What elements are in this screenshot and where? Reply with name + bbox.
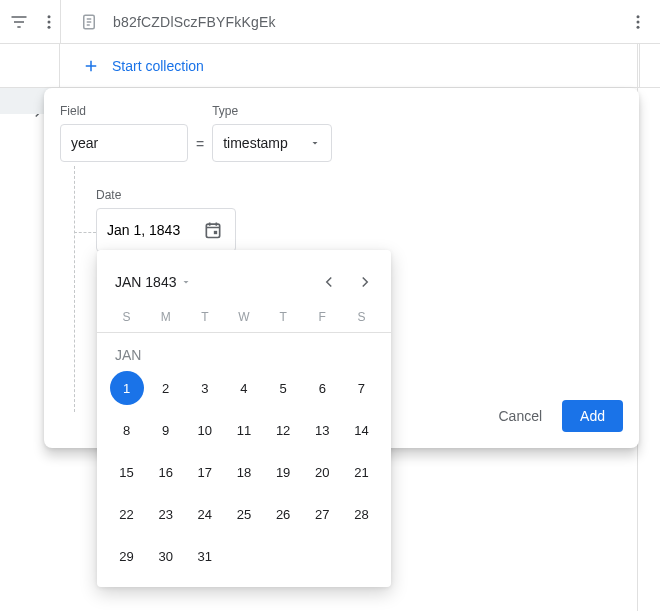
days-grid: 1234567891011121314151617181920212223242… [97,371,391,587]
day-cell[interactable]: 3 [188,371,222,405]
top-bar: b82fCZDlSczFBYFkKgEk [0,0,660,44]
type-label: Type [212,104,332,118]
start-collection-row: Start collection [0,44,660,88]
day-cell[interactable]: 6 [305,371,339,405]
day-cell[interactable]: 20 [305,455,339,489]
calendar-icon[interactable] [203,220,223,240]
day-cell[interactable]: 7 [344,371,378,405]
weekday-label: S [107,310,146,324]
svg-point-4 [637,15,640,18]
day-cell[interactable]: 11 [227,413,261,447]
document-id: b82fCZDlSczFBYFkKgEk [113,14,276,30]
day-cell[interactable]: 12 [266,413,300,447]
svg-point-5 [637,20,640,23]
equals-sign: = [196,136,204,162]
svg-point-1 [48,20,51,23]
calendar-header: JAN 1843 [97,250,391,310]
day-cell[interactable]: 23 [149,497,183,531]
day-cell[interactable]: 14 [344,413,378,447]
dialog-actions: Cancel Add [494,400,623,432]
add-button[interactable]: Add [562,400,623,432]
chevron-down-icon [309,137,321,149]
document-more-icon[interactable] [626,10,650,34]
day-cell[interactable]: 19 [266,455,300,489]
day-cell[interactable]: 13 [305,413,339,447]
day-cell[interactable]: 4 [227,371,261,405]
day-cell[interactable]: 25 [227,497,261,531]
type-value: timestamp [223,135,288,151]
day-cell[interactable]: 22 [110,497,144,531]
day-cell[interactable]: 16 [149,455,183,489]
top-bar-left [0,10,60,34]
day-cell[interactable]: 29 [110,539,144,573]
day-cell[interactable]: 30 [149,539,183,573]
right-gutter [640,44,660,87]
date-text-input[interactable] [107,222,195,238]
month-label: JAN [97,333,391,371]
day-cell[interactable]: 21 [344,455,378,489]
svg-point-2 [48,25,51,28]
weekday-label: T [185,310,224,324]
start-collection-button[interactable]: Start collection [60,44,640,87]
field-label: Field [60,104,188,118]
start-collection-label: Start collection [112,58,204,74]
day-cell[interactable]: 2 [149,371,183,405]
cancel-button[interactable]: Cancel [494,400,546,432]
weekday-row: SMTWTFS [97,310,391,333]
svg-point-6 [637,25,640,28]
weekday-label: T [264,310,303,324]
date-input[interactable] [96,208,236,252]
field-row: Field = Type timestamp [60,104,623,162]
day-cell[interactable]: 28 [344,497,378,531]
filter-icon[interactable] [8,10,30,34]
svg-point-0 [48,15,51,18]
chevron-down-icon[interactable] [180,276,192,288]
day-cell[interactable]: 27 [305,497,339,531]
day-cell[interactable]: 18 [227,455,261,489]
day-cell[interactable]: 8 [110,413,144,447]
left-gutter [0,44,60,87]
prev-month-button[interactable] [311,264,347,300]
day-cell[interactable]: 10 [188,413,222,447]
date-area: Date [96,188,236,252]
weekday-label: S [342,310,381,324]
day-cell[interactable]: 24 [188,497,222,531]
svg-rect-7 [206,224,219,237]
field-name-input[interactable] [60,124,188,162]
svg-rect-8 [214,231,217,234]
document-header: b82fCZDlSczFBYFkKgEk [61,10,660,34]
calendar-title: JAN 1843 [115,274,176,290]
weekday-label: M [146,310,185,324]
day-cell[interactable]: 1 [110,371,144,405]
weekday-label: F [303,310,342,324]
type-select[interactable]: timestamp [212,124,332,162]
day-cell[interactable]: 17 [188,455,222,489]
weekday-label: W [224,310,263,324]
date-label: Date [96,188,236,202]
day-cell[interactable]: 31 [188,539,222,573]
day-cell[interactable]: 15 [110,455,144,489]
day-cell[interactable]: 9 [149,413,183,447]
day-cell[interactable]: 5 [266,371,300,405]
more-vert-icon[interactable] [38,10,60,34]
day-cell[interactable]: 26 [266,497,300,531]
date-picker: JAN 1843 SMTWTFS JAN 1234567891011121314… [97,250,391,587]
next-month-button[interactable] [347,264,383,300]
document-icon [77,10,101,34]
